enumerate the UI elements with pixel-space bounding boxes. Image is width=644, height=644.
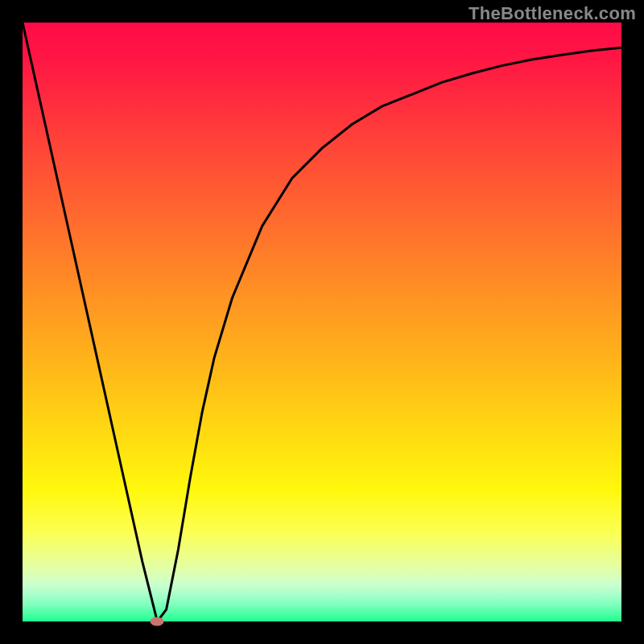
plot-area xyxy=(23,23,621,621)
watermark-text: TheBottleneck.com xyxy=(469,3,636,24)
curve-layer xyxy=(23,23,621,621)
optimum-marker xyxy=(151,617,164,626)
bottleneck-curve xyxy=(23,23,621,621)
